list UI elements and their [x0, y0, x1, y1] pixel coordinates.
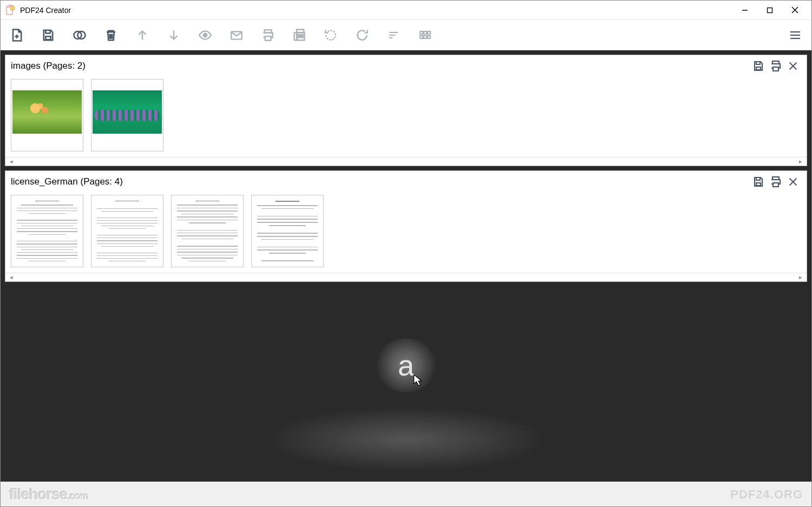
document-header: license_German (Pages: 4)	[5, 171, 807, 189]
merge-button[interactable]	[69, 24, 90, 46]
page-thumbnail[interactable]	[171, 195, 244, 267]
svg-rect-36	[424, 36, 427, 38]
filehorse-watermark: filehorse.com	[9, 486, 88, 503]
thumbnail-strip	[5, 74, 807, 157]
document-title: license_German (Pages: 4)	[11, 176, 123, 187]
workspace: images (Pages: 2) ◂▸	[1, 50, 811, 482]
footer: filehorse.com PDF24.ORG	[1, 482, 811, 506]
svg-point-25	[302, 35, 303, 36]
page-thumbnail[interactable]	[91, 195, 163, 267]
window-controls	[732, 1, 807, 20]
horizontal-scrollbar[interactable]: ◂▸	[5, 157, 807, 166]
document-print-button[interactable]	[768, 58, 784, 74]
move-up-button[interactable]	[132, 24, 153, 46]
cursor-icon	[413, 374, 424, 389]
fax-button[interactable]	[289, 24, 310, 46]
svg-point-24	[300, 35, 301, 36]
app-title: PDF24 Creator	[20, 6, 71, 15]
scroll-left-icon[interactable]: ◂	[10, 274, 13, 281]
image-thumbnail	[12, 90, 82, 134]
svg-rect-35	[420, 36, 423, 38]
grid-button[interactable]	[414, 24, 436, 46]
svg-point-1	[10, 6, 15, 10]
document-panel[interactable]: license_German (Pages: 4)	[5, 170, 807, 282]
page-thumbnail[interactable]	[251, 195, 324, 267]
svg-point-16	[204, 33, 207, 37]
pdf24-link[interactable]: PDF24.ORG	[730, 488, 803, 502]
document-save-button[interactable]	[750, 174, 767, 189]
new-file-button[interactable]	[6, 24, 28, 46]
svg-point-27	[300, 36, 301, 37]
document-close-button[interactable]	[785, 174, 801, 189]
svg-rect-46	[756, 183, 761, 186]
toolbar	[1, 20, 811, 50]
svg-rect-3	[768, 8, 772, 12]
svg-rect-8	[45, 36, 50, 39]
drop-zone[interactable]: a Drop a document here to edit it	[5, 286, 807, 477]
svg-rect-37	[428, 36, 430, 38]
svg-rect-32	[420, 31, 423, 34]
document-panel[interactable]: images (Pages: 2) ◂▸	[5, 55, 807, 166]
titlebar: PDF24 Creator	[1, 1, 811, 20]
app-window: PDF24 Creator	[0, 0, 812, 507]
document-title: images (Pages: 2)	[11, 61, 86, 71]
document-close-button[interactable]	[785, 58, 801, 74]
scroll-left-icon[interactable]: ◂	[10, 158, 13, 165]
page-thumbnail[interactable]	[91, 79, 163, 152]
print-button[interactable]	[257, 24, 279, 46]
rotate-right-button[interactable]	[351, 24, 373, 46]
document-header: images (Pages: 2)	[5, 55, 807, 74]
sort-button[interactable]	[383, 24, 404, 46]
delete-button[interactable]	[100, 24, 122, 46]
save-button[interactable]	[37, 24, 59, 46]
scroll-right-icon[interactable]: ▸	[799, 158, 802, 165]
horizontal-scrollbar[interactable]: ◂▸	[5, 273, 807, 281]
svg-rect-48	[773, 183, 778, 187]
email-button[interactable]	[226, 24, 247, 46]
minimize-button[interactable]	[732, 1, 757, 20]
svg-rect-43	[773, 67, 778, 71]
hamburger-menu-button[interactable]	[784, 24, 806, 46]
preview-button[interactable]	[194, 24, 216, 46]
svg-point-28	[302, 36, 303, 37]
svg-point-26	[298, 36, 299, 37]
thumbnail-strip	[5, 189, 807, 273]
scroll-right-icon[interactable]: ▸	[799, 274, 802, 281]
svg-rect-34	[428, 31, 430, 34]
maximize-button[interactable]	[757, 1, 782, 20]
move-down-button[interactable]	[163, 24, 185, 46]
rotate-left-button[interactable]	[320, 24, 342, 46]
close-button[interactable]	[782, 1, 807, 20]
app-icon	[5, 5, 16, 16]
page-thumbnail[interactable]	[11, 195, 83, 267]
drop-zone-hint: Drop a document here to edit it	[318, 412, 494, 426]
page-thumbnail[interactable]	[11, 79, 83, 152]
svg-rect-41	[756, 67, 761, 70]
document-print-button[interactable]	[768, 174, 784, 189]
drop-zone-icon: a	[376, 338, 436, 392]
svg-point-23	[298, 35, 299, 36]
document-save-button[interactable]	[750, 58, 767, 74]
svg-rect-19	[265, 36, 271, 41]
image-thumbnail	[93, 90, 162, 134]
svg-rect-33	[424, 31, 427, 34]
